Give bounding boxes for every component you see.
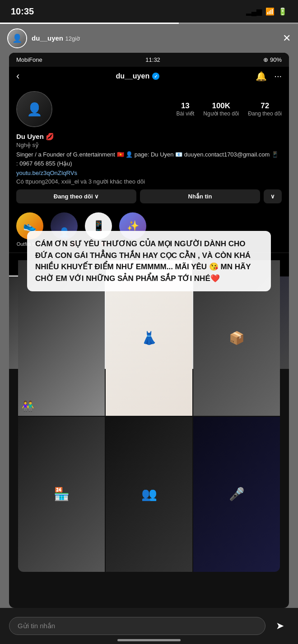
status-icons: ▂▄▆ 📶 🔋 [246,7,287,16]
home-indicator [117,639,181,641]
ig-status-left: MobiFone [16,56,42,63]
ig-inner-time: 11:32 [145,56,160,63]
ig-posts-stat: 13 Bài viết [177,101,195,117]
story-username: du__uyen [32,34,63,42]
ig-profile-handle: du__uyen ✓ [116,72,159,80]
ig-posts-label: Bài viết [177,110,195,117]
story-header: 👤 du__uyen 12giờ ✕ [0,24,298,53]
message-input[interactable]: Gửi tin nhắn [9,617,265,635]
story-close-button[interactable]: ✕ [283,32,291,44]
story-overlay-text: CÁM ƠN SỰ YÊU THƯƠNG CỦA MỌI NGƯỜI DÀNH … [27,231,271,291]
ig-verified-badge: ✓ [152,73,159,80]
story-avatar: 👤 [7,28,27,48]
photo-collage: 👫 👗 📦 🏪 👥 🎤 [18,260,280,572]
ig-profile-top: 👤 13 Bài viết 100K Người theo dõi 72 Đan… [16,91,282,127]
ig-follow-button[interactable]: Đang theo dõi ∨ [16,189,136,203]
ig-inner-status: MobiFone 11:32 ⊕ 90% [9,53,289,67]
battery-icon: 🔋 [278,7,287,16]
ig-header: ‹ du__uyen ✓ 🔔 ··· [9,67,289,87]
story-time: 12giờ [65,35,80,42]
ig-carrier: MobiFone [16,56,42,63]
message-bar: Gửi tin nhắn ➤ [0,608,298,644]
signal-icon: ▂▄▆ [246,7,262,16]
ig-stats: 13 Bài viết 100K Người theo dõi 72 Đang … [177,101,282,117]
overlay-text-content: CÁM ƠN SỰ YÊU THƯƠNG CỦA MỌI NGƯỜI DÀNH … [35,238,263,284]
collage-cell-6: 🎤 [193,417,280,572]
ig-status-right: ⊕ 90% [263,56,282,63]
collage-cell-5: 👥 [106,417,192,572]
ig-avatar-image: 👤 [17,92,51,126]
ig-handle-text: du__uyen [116,72,149,80]
ig-following-count: 72 [248,101,282,110]
ig-more-options-button[interactable]: ∨ [264,189,282,203]
ig-role: Nghệ sỹ [16,142,282,148]
ig-header-icons: 🔔 ··· [256,71,282,82]
story-avatar-image: 👤 [8,29,26,47]
ig-display-name: Du Uyen 💋 [16,133,282,141]
ig-more-icon[interactable]: ··· [274,71,282,82]
story-meta: du__uyen 12giờ [32,34,283,42]
ig-battery-text: ⊕ 90% [263,56,282,63]
ig-back-button[interactable]: ‹ [16,70,19,82]
ig-followers-count: 100K [203,101,239,110]
ig-bell-icon[interactable]: 🔔 [256,71,267,82]
ig-profile-avatar: 👤 [16,91,52,127]
send-icon: ➤ [276,620,284,632]
ig-mutual-followers: Có ttpuong2004, xxiii_el và 3 người khác… [16,178,282,185]
ig-following-stat: 72 Đang theo dõi [248,101,282,117]
ig-followers-label: Người theo dõi [203,110,239,117]
status-time: 10:35 [11,6,34,17]
ig-link[interactable]: youtu.be/z3qOnZIqRVs [16,170,282,176]
wifi-icon: 📶 [265,7,275,16]
message-placeholder: Gửi tin nhắn [18,622,55,630]
story-content: MobiFone 11:32 ⊕ 90% ‹ du__uyen ✓ 🔔 ··· [9,53,289,608]
ig-followers-stat: 100K Người theo dõi [203,101,239,117]
send-button[interactable]: ➤ [271,617,289,635]
ig-posts-count: 13 [177,101,195,110]
ig-action-buttons: Đang theo dõi ∨ Nhắn tin ∨ [16,189,282,203]
ig-profile-info: 👤 13 Bài viết 100K Người theo dõi 72 Đan… [9,87,289,253]
ig-following-label: Đang theo dõi [248,110,282,117]
ig-message-button[interactable]: Nhắn tin [140,189,260,203]
ig-bio: Singer / a Founder of G.entertainment 🇻🇳… [16,150,282,168]
collage-cell-4: 🏪 [18,417,105,572]
status-bar: 10:35 ▂▄▆ 📶 🔋 [0,0,298,23]
